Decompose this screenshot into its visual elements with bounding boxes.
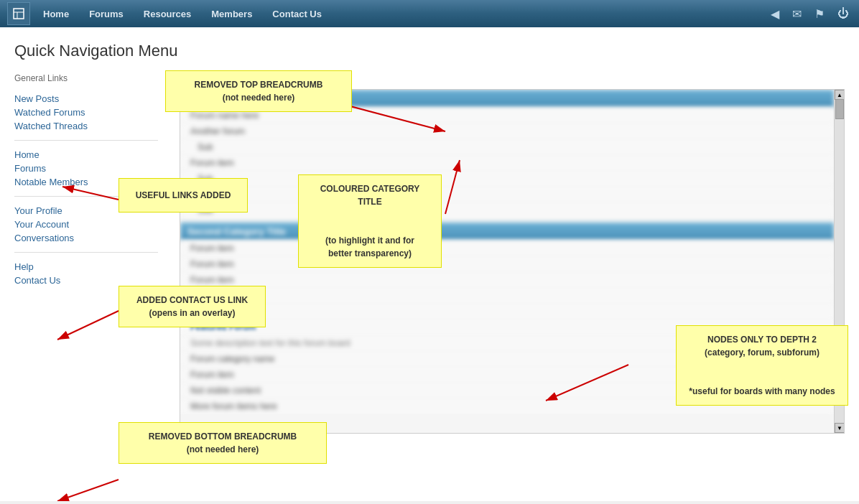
left-column: General Links New Posts Watched Forums W…: [14, 73, 158, 434]
general-links-heading: General Links: [14, 73, 158, 86]
annotation-useful-links: USEFUL LINKS ADDED: [119, 178, 248, 213]
divider-1: [14, 140, 158, 141]
forum-item-6[interactable]: Sub: [180, 187, 834, 202]
forum-item-8[interactable]: Forum item: [180, 241, 834, 256]
nav-home[interactable]: Home: [34, 4, 78, 24]
user-icon[interactable]: ◀: [768, 4, 782, 24]
site-logo: [7, 2, 30, 25]
annotation-bottom-breadcrumb: REMOVED BOTTOM BREADCRUMB (not needed he…: [119, 422, 327, 464]
nav-your-account[interactable]: Your Account: [14, 218, 158, 231]
mail-icon[interactable]: ✉: [789, 4, 804, 24]
topnav-icons: ◀ ✉ ⚑ ⏻: [768, 4, 852, 24]
nav-forums[interactable]: Forums: [80, 4, 132, 24]
nav-new-posts[interactable]: New Posts: [14, 92, 158, 106]
nav-resources[interactable]: Resources: [135, 4, 200, 24]
forum-item-3[interactable]: Sub: [180, 139, 834, 155]
forum-item-2[interactable]: Another forum: [180, 123, 834, 139]
forum-item-7[interactable]: Sub: [180, 202, 834, 218]
forum-item-10[interactable]: Forum item: [180, 272, 834, 288]
power-icon[interactable]: ⏻: [835, 4, 852, 23]
svg-line-9: [57, 480, 119, 501]
forum-item-11[interactable]: Forum item: [180, 288, 834, 304]
nav-contact[interactable]: Contact Us: [264, 4, 330, 24]
top-navigation: Home Forums Resources Members Contact Us…: [0, 0, 859, 27]
annotation-coloured-category: COLOURED CATEGORY TITLE (to highlight it…: [298, 174, 442, 268]
nav-links: Home Forums Resources Members Contact Us: [34, 4, 768, 24]
annotation-contact-us: ADDED CONTACT US LINK (opens in an overl…: [119, 286, 266, 327]
nav-watched-forums[interactable]: Watched Forums: [14, 106, 158, 119]
scroll-up[interactable]: ▲: [835, 90, 845, 100]
category-row-2: Second Category Title: [180, 223, 834, 241]
forum-item-12[interactable]: Forum item: [180, 304, 834, 319]
divider-3: [14, 252, 158, 253]
nav-conversations[interactable]: Conversations: [14, 231, 158, 245]
forum-item-9[interactable]: Forum item: [180, 256, 834, 272]
nav-members[interactable]: Members: [203, 4, 261, 24]
nav-help[interactable]: Help: [14, 260, 158, 274]
annotation-top-breadcrumb: REMOVED TOP BREADCRUMB (not needed here): [165, 70, 352, 112]
scroll-down[interactable]: ▼: [835, 423, 845, 433]
forum-item-5[interactable]: Sub: [180, 171, 834, 187]
main-content: Quick Navigation Menu General Links New …: [0, 27, 859, 501]
nav-forums-link[interactable]: Forums: [14, 162, 158, 175]
flag-icon[interactable]: ⚑: [812, 4, 827, 24]
annotation-nodes-depth: NODES ONLY TO DEPTH 2 (category, forum, …: [676, 325, 848, 406]
nav-watched-threads[interactable]: Watched Threads: [14, 119, 158, 133]
nav-home[interactable]: Home: [14, 148, 158, 162]
page-title: Quick Navigation Menu: [14, 42, 845, 60]
svg-rect-0: [14, 9, 24, 19]
forum-item-4[interactable]: Forum item: [180, 155, 834, 171]
